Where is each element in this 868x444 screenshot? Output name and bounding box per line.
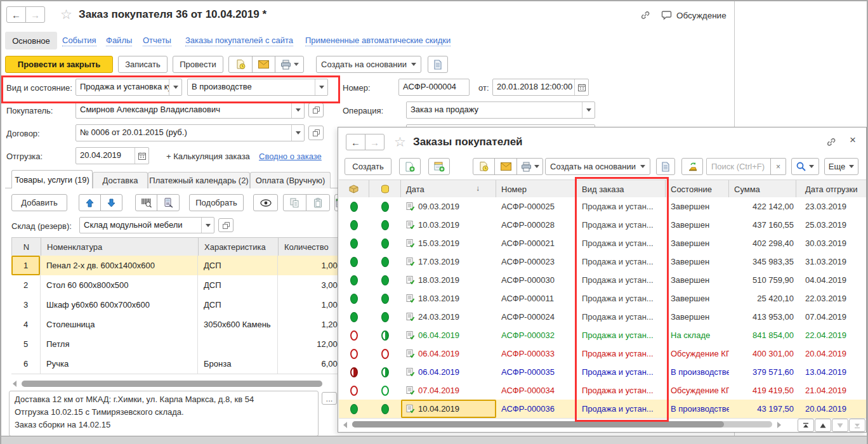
- payment-status-cell[interactable]: [369, 381, 401, 400]
- sum-cell[interactable]: 25 420,10: [729, 289, 796, 308]
- order-row[interactable]: 10.04.2019АСФР-000036Продажа и устан...В…: [339, 400, 866, 419]
- items-hscroll-left-arrow[interactable]: [13, 381, 16, 387]
- favorite-star-icon[interactable]: ☆: [60, 8, 72, 21]
- kind-cell[interactable]: Продажа и устан...: [577, 216, 666, 234]
- nomenclature-cell[interactable]: Пенал 2-х дв. 600х1400х600: [41, 256, 198, 275]
- row-number-cell[interactable]: 1: [11, 256, 41, 275]
- post-button[interactable]: Провести: [173, 56, 223, 73]
- discussion-icon[interactable]: [661, 10, 673, 21]
- order-row[interactable]: 09.03.2019АСФР-000025Продажа и устан...З…: [339, 197, 866, 216]
- ship-date-cell[interactable]: 21.04.2019: [796, 381, 866, 400]
- row-number-cell[interactable]: 6: [11, 354, 41, 374]
- payment-status-cell[interactable]: [369, 252, 401, 271]
- nomenclature-cell[interactable]: Стол 60 600х800х500: [41, 275, 198, 295]
- shipment-status-cell[interactable]: [339, 344, 369, 363]
- view-button[interactable]: [253, 194, 278, 211]
- characteristic-cell[interactable]: [198, 334, 278, 354]
- state-cell[interactable]: Завершен: [666, 197, 729, 216]
- send-email-button[interactable]: [252, 56, 275, 73]
- tab-auto-discounts[interactable]: Примененные автоматические скидки: [305, 36, 450, 46]
- number-cell[interactable]: АСФР-000028: [496, 216, 577, 234]
- sum-cell[interactable]: 841 854,00: [729, 326, 796, 344]
- shipment-status-cell[interactable]: [339, 289, 369, 308]
- number-cell[interactable]: АСФР-000025: [496, 197, 577, 216]
- popup-new-group-button[interactable]: [428, 158, 450, 175]
- order-row[interactable]: 06.04.2019АСФР-000032Продажа и устан...Н…: [339, 326, 866, 345]
- kind-cell[interactable]: Продажа и устан...: [577, 381, 666, 400]
- number-cell[interactable]: АСФР-000021: [496, 234, 577, 252]
- payment-status-cell[interactable]: [369, 400, 401, 418]
- sum-cell[interactable]: 437 160,55: [729, 216, 796, 234]
- kind-dropdown-button[interactable]: [169, 79, 181, 95]
- scroll-up-button[interactable]: [815, 419, 831, 432]
- sum-cell[interactable]: 400 301,00: [729, 344, 796, 363]
- order-row[interactable]: 06.04.2019АСФР-000035Продажа и устан...В…: [339, 363, 866, 382]
- operation-dropdown-button[interactable]: [582, 102, 595, 118]
- items-table-row[interactable]: 1Пенал 2-х дв. 600х1400х600ДСП1,000: [11, 256, 354, 276]
- popup-close-button[interactable]: ×: [850, 134, 856, 147]
- state-cell[interactable]: Завершен: [666, 234, 729, 252]
- kind-cell[interactable]: Продажа и устан...: [577, 308, 666, 326]
- items-table-row[interactable]: 4Столешница3050х600 Камень1,200: [11, 315, 354, 335]
- date-cell[interactable]: 24.03.2019: [401, 308, 496, 326]
- tab-payment-calendar[interactable]: Платежный календарь (2): [148, 172, 250, 188]
- state-cell[interactable]: Обсуждение КГ: [666, 344, 729, 363]
- forward-button[interactable]: →: [25, 6, 45, 23]
- contract-combo[interactable]: № 0006 от 20.01.2015 (руб.): [76, 124, 305, 141]
- nomenclature-cell[interactable]: Шкаф у60х60 600х700х600: [41, 295, 198, 315]
- ship-date-cell[interactable]: 22.03.2019: [796, 289, 866, 308]
- kind-cell[interactable]: Продажа и устан...: [577, 271, 666, 289]
- kind-cell[interactable]: Продажа и устан...: [577, 326, 666, 344]
- paste-rows-button[interactable]: [306, 194, 330, 211]
- sum-cell[interactable]: 413 953,00: [729, 308, 796, 326]
- number-cell[interactable]: АСФР-000024: [496, 308, 577, 326]
- date-cell[interactable]: 06.04.2019: [401, 344, 496, 363]
- search-clear-button[interactable]: ×: [770, 158, 786, 175]
- date-cell[interactable]: 06.04.2019: [401, 326, 496, 344]
- shipment-status-cell[interactable]: [339, 234, 369, 252]
- kind-cell[interactable]: Продажа и устан...: [577, 197, 666, 216]
- shipment-status-cell[interactable]: [339, 326, 369, 344]
- payment-status-cell[interactable]: [369, 308, 401, 326]
- order-row[interactable]: 06.04.2019АСФР-000033Продажа и устан...О…: [339, 344, 866, 363]
- date-cell[interactable]: 07.04.2019: [401, 381, 496, 400]
- date-cell[interactable]: 17.03.2019: [401, 252, 496, 271]
- move-down-button[interactable]: [100, 194, 122, 211]
- shipment-status-cell[interactable]: [339, 252, 369, 271]
- shipment-status-cell[interactable]: [339, 197, 369, 216]
- number-cell[interactable]: АСФР-000030: [496, 271, 577, 289]
- state-cell[interactable]: Завершен: [666, 289, 729, 308]
- ship-date-cell[interactable]: 30.03.2019: [796, 234, 866, 252]
- popup-send-email-button[interactable]: [494, 158, 517, 175]
- date-cell[interactable]: 10.04.2019: [401, 400, 496, 418]
- kind-cell[interactable]: Продажа и устан...: [577, 363, 666, 381]
- shipment-status-cell[interactable]: [339, 381, 369, 400]
- payment-status-cell[interactable]: [369, 289, 401, 308]
- items-table-row[interactable]: 6РучкаБронза6,000: [11, 354, 354, 374]
- operation-combo[interactable]: Заказ на продажу: [406, 101, 595, 119]
- customer-open-button[interactable]: [308, 103, 324, 117]
- sum-cell[interactable]: 379 571,60: [729, 363, 796, 381]
- order-row[interactable]: 17.03.2019АСФР-000023Продажа и устан...З…: [339, 252, 866, 271]
- row-number-cell[interactable]: 2: [11, 275, 41, 295]
- items-table-row[interactable]: 3Шкаф у60х60 600х700х600ДСП1,000: [11, 295, 354, 315]
- warehouse-open-button[interactable]: [218, 218, 233, 232]
- tab-reports[interactable]: Отчеты: [143, 36, 171, 46]
- tab-payment[interactable]: Оплата (Вручную): [250, 172, 331, 188]
- nomenclature-cell[interactable]: Столешница: [41, 315, 198, 334]
- ship-date-cell[interactable]: 20.04.2019: [796, 400, 866, 418]
- shipping-calendar-button[interactable]: [135, 148, 148, 164]
- date-cell[interactable]: 06.04.2019: [401, 363, 496, 381]
- popup-favorite-star-icon[interactable]: ☆: [394, 135, 406, 148]
- ship-date-cell[interactable]: 04.04.2019: [796, 271, 866, 289]
- nomenclature-cell[interactable]: Ручка: [41, 354, 198, 374]
- popup-posting-doc-button[interactable]: [473, 158, 495, 175]
- date-cell[interactable]: 18.03.2019: [401, 271, 496, 289]
- order-row[interactable]: 07.04.2019АСФР-000034Продажа и устан...О…: [339, 381, 866, 400]
- post-and-close-button[interactable]: Провести и закрыть: [5, 56, 113, 73]
- items-table-row[interactable]: 5Петля12,000: [11, 334, 354, 355]
- popup-new-doc-button[interactable]: [399, 158, 421, 175]
- date-cell[interactable]: 10.03.2019: [401, 216, 496, 234]
- move-up-button[interactable]: [79, 194, 101, 211]
- number-cell[interactable]: АСФР-000023: [496, 252, 577, 271]
